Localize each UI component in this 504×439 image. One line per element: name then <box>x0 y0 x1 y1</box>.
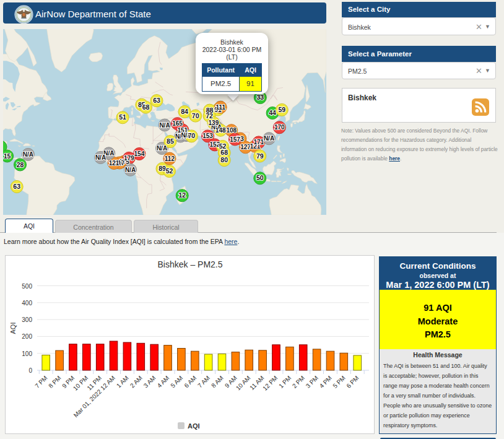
svg-text:2 PM: 2 PM <box>291 375 306 389</box>
svg-text:179: 179 <box>124 155 134 162</box>
svg-text:72: 72 <box>206 112 213 120</box>
svg-text:63: 63 <box>153 97 160 104</box>
svg-text:6 AM: 6 AM <box>183 375 198 389</box>
svg-text:5 AM: 5 AM <box>169 375 184 389</box>
svg-text:6 PM: 6 PM <box>345 375 360 389</box>
svg-text:AQI: AQI <box>9 323 17 334</box>
svg-text:70: 70 <box>192 112 199 120</box>
svg-text:112: 112 <box>165 155 175 162</box>
svg-text:12: 12 <box>178 191 186 199</box>
svg-text:N/A: N/A <box>23 151 33 158</box>
svg-text:63: 63 <box>13 183 20 190</box>
svg-text:Bishkek – PM2.5: Bishkek – PM2.5 <box>157 259 222 269</box>
svg-text:51: 51 <box>119 113 126 121</box>
svg-text:2 AM: 2 AM <box>129 375 144 389</box>
svg-text:7 AM: 7 AM <box>196 375 211 389</box>
svg-text:111: 111 <box>215 104 225 111</box>
svg-text:3 PM: 3 PM <box>305 375 319 389</box>
svg-text:8 PM: 8 PM <box>47 375 62 389</box>
svg-text:108: 108 <box>226 127 237 134</box>
svg-text:33: 33 <box>256 93 264 101</box>
svg-text:10 PM: 10 PM <box>72 375 89 392</box>
svg-text:15: 15 <box>4 152 11 160</box>
svg-text:200: 200 <box>22 333 32 340</box>
svg-text:1 PM: 1 PM <box>277 375 292 389</box>
svg-text:89: 89 <box>159 165 166 172</box>
svg-text:52: 52 <box>166 167 173 175</box>
svg-text:AQI: AQI <box>188 422 200 430</box>
svg-text:10 AM: 10 AM <box>235 375 252 392</box>
svg-text:153: 153 <box>202 133 213 139</box>
svg-text:0: 0 <box>28 367 32 374</box>
svg-text:68: 68 <box>142 103 150 111</box>
svg-text:4 PM: 4 PM <box>318 375 333 389</box>
svg-text:171: 171 <box>253 139 264 146</box>
svg-text:5 PM: 5 PM <box>331 375 346 389</box>
svg-text:148: 148 <box>215 127 226 134</box>
svg-text:12 PM: 12 PM <box>261 375 279 392</box>
svg-text:79: 79 <box>256 152 264 160</box>
svg-text:8 AM: 8 AM <box>210 375 225 389</box>
svg-text:121: 121 <box>109 160 119 167</box>
svg-text:59: 59 <box>278 106 285 113</box>
svg-text:85: 85 <box>167 137 174 145</box>
svg-text:100: 100 <box>22 350 32 357</box>
svg-text:80: 80 <box>220 156 228 163</box>
svg-text:154: 154 <box>134 150 145 157</box>
svg-text:157: 157 <box>230 136 240 143</box>
svg-text:N/A: N/A <box>95 154 106 161</box>
svg-text:N/A: N/A <box>264 135 274 142</box>
svg-text:84: 84 <box>181 108 188 115</box>
svg-text:N/A: N/A <box>125 167 136 173</box>
svg-text:4 AM: 4 AM <box>156 375 171 389</box>
svg-text:3 AM: 3 AM <box>142 375 157 389</box>
svg-text:28: 28 <box>17 161 24 168</box>
svg-text:N/A: N/A <box>159 122 170 129</box>
svg-text:7 PM: 7 PM <box>33 375 48 389</box>
svg-text:N/A: N/A <box>157 145 167 152</box>
svg-text:400: 400 <box>22 300 32 306</box>
svg-text:68: 68 <box>220 149 228 156</box>
svg-text:300: 300 <box>22 316 32 323</box>
svg-text:44: 44 <box>269 109 276 116</box>
svg-text:50: 50 <box>256 174 264 181</box>
svg-text:70: 70 <box>188 132 195 139</box>
svg-text:500: 500 <box>22 283 32 290</box>
svg-text:170: 170 <box>274 124 285 131</box>
svg-text:139: 139 <box>209 120 219 126</box>
svg-text:1 AM: 1 AM <box>115 375 130 389</box>
